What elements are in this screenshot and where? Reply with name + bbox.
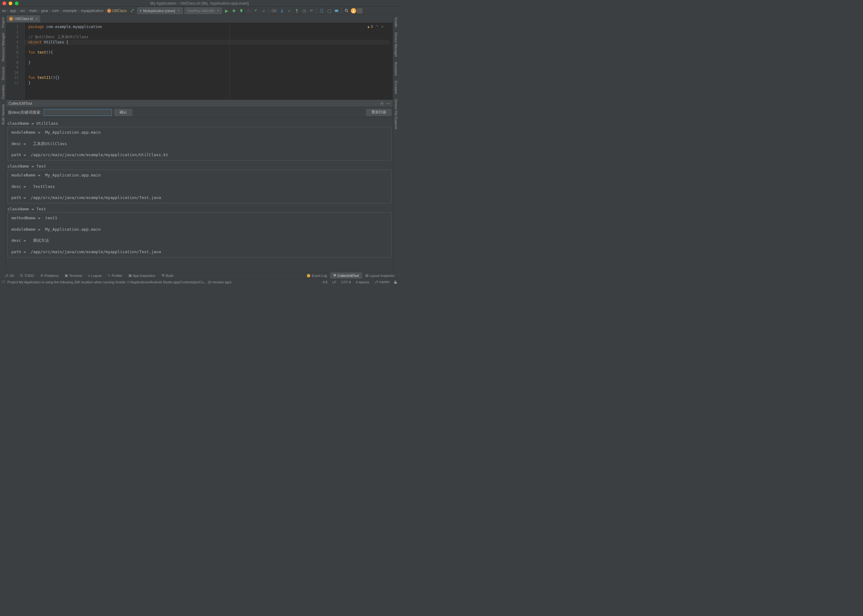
window-title: My Application – UtilClass.kt [My_Applic… <box>150 1 249 6</box>
run-icon[interactable]: ▶ <box>223 7 230 14</box>
breadcrumb[interactable]: on⟩app⟩src⟩main⟩java⟩com⟩example⟩myappli… <box>1 9 127 13</box>
right-tool-device-file-explorer[interactable]: Device File Explorer <box>394 97 398 132</box>
bottom-tool-tabs: ⎇Git ☰TODO ⊘Problems ▣Terminal ≡Logcat ∿… <box>0 272 399 279</box>
breadcrumb-item[interactable]: app <box>9 9 17 13</box>
git-push-icon[interactable] <box>293 7 300 14</box>
right-tool-assistant[interactable]: Assistant <box>394 60 398 78</box>
line-sep[interactable]: LF <box>330 280 339 284</box>
hide-panel-icon[interactable]: — <box>386 101 390 106</box>
svg-rect-8 <box>335 9 339 12</box>
user-placeholder-icon[interactable] <box>357 8 362 14</box>
run-config-selector[interactable]: ▸ MyApplication [clean] ▼ <box>137 7 183 14</box>
close-icon[interactable]: ✕ <box>35 17 38 20</box>
code-editor[interactable]: 123456789101112 package com.example.myap… <box>6 23 393 99</box>
undo-icon[interactable]: ↶ <box>308 7 315 14</box>
minimize-window-button[interactable] <box>9 2 12 5</box>
svg-line-6 <box>235 11 236 11</box>
tool-title: CollectUtilTool <box>9 101 32 106</box>
device-label: OnePlus GM1900 <box>187 9 214 13</box>
rescan-button[interactable]: 重新扫描 <box>366 109 391 116</box>
tab-git[interactable]: ⎇Git <box>1 272 17 279</box>
editor-tab[interactable]: K UtilClass.kt ✕ <box>6 15 41 22</box>
indent[interactable]: 4 spaces <box>353 280 372 284</box>
account-icon[interactable] <box>351 8 356 14</box>
kotlin-file-icon: K <box>9 17 13 21</box>
device-icon2[interactable]: ▢ <box>326 7 332 14</box>
git-branch[interactable]: ⎇ master <box>372 280 392 284</box>
left-tool-build-variants[interactable]: Build Variants <box>1 102 5 127</box>
tab-terminal[interactable]: ▣Terminal <box>61 272 85 279</box>
svg-point-9 <box>345 9 347 11</box>
breadcrumb-item[interactable]: on <box>1 9 6 13</box>
breadcrumb-item[interactable]: src <box>19 9 25 13</box>
tab-eventlog[interactable]: ⬤Event Log <box>304 272 330 279</box>
search-input[interactable] <box>44 109 112 116</box>
result-block: methodName = test1 moduleName = My_Appli… <box>7 212 391 257</box>
breadcrumb-item[interactable]: myapplication <box>80 9 104 13</box>
confirm-button[interactable]: 确认 <box>114 109 132 116</box>
result-block: moduleName = My_Application.app.main des… <box>7 127 391 160</box>
tab-todo[interactable]: ☰TODO <box>17 272 37 279</box>
right-tool-device-manager[interactable]: Device Manager <box>394 30 398 60</box>
left-tool-resource-manager[interactable]: Resource Manager <box>1 30 5 64</box>
result-header: className = Test <box>7 206 391 212</box>
tab-profiler[interactable]: ∿Profiler <box>104 272 126 279</box>
sdk-icon[interactable] <box>333 7 340 14</box>
status-bar: ☐ Project My Application is using the fo… <box>0 279 399 285</box>
breadcrumb-item[interactable]: java <box>40 9 49 13</box>
lock-icon[interactable] <box>394 280 397 284</box>
svg-rect-7 <box>321 9 323 12</box>
tab-build[interactable]: ⚒Build <box>158 272 176 279</box>
search-icon[interactable] <box>343 7 350 14</box>
svg-point-11 <box>353 9 354 11</box>
tab-layout-inspector[interactable]: ▧Layout Inspector <box>362 272 398 279</box>
left-tool-structure[interactable]: Structure <box>1 64 5 83</box>
editor-tabs: K UtilClass.kt ✕ <box>6 15 393 23</box>
encoding[interactable]: UTF-8 <box>339 280 353 284</box>
class-icon: C <box>107 9 111 13</box>
tool-results[interactable]: className = UtilClassmoduleName = My_App… <box>6 118 393 272</box>
hammer-icon[interactable] <box>129 7 136 14</box>
breadcrumb-item[interactable]: main <box>28 9 38 13</box>
coverage-icon[interactable] <box>238 7 245 14</box>
stop-icon: ■ <box>260 7 267 14</box>
right-tool-gradle[interactable]: Gradle <box>394 15 398 30</box>
svg-line-10 <box>347 11 348 12</box>
gear-icon[interactable] <box>380 101 384 106</box>
git-history-icon[interactable]: ◷ <box>301 7 308 14</box>
code-content[interactable]: package com.example.myapplication // @ut… <box>25 23 393 99</box>
avd-icon[interactable] <box>318 7 325 14</box>
tab-problems[interactable]: ⊘Problems <box>37 272 61 279</box>
titlebar: My Application – UtilClass.kt [My_Applic… <box>0 0 399 7</box>
tab-inspection[interactable]: ▦App Inspection <box>126 272 158 279</box>
debug-icon[interactable] <box>230 7 237 14</box>
result-header: className = Test <box>7 163 391 170</box>
left-tool-favorites[interactable]: Favorites <box>1 83 5 101</box>
svg-line-3 <box>232 10 233 10</box>
device-selector[interactable]: OnePlus GM1900 ▼ <box>184 7 222 14</box>
caret-pos[interactable]: 4:8 <box>320 280 330 284</box>
maximize-window-button[interactable] <box>15 2 19 5</box>
right-tool-gutter: GradleDevice ManagerAssistantEmulatorDev… <box>393 15 399 272</box>
tab-logcat[interactable]: ≡Logcat <box>85 272 104 279</box>
result-header: className = UtilClass <box>7 120 391 127</box>
tool-panel: CollectUtilTool — 按desc关键词搜索: 确认 重新扫描 cl… <box>6 99 393 272</box>
svg-point-0 <box>233 9 235 12</box>
git-update-icon[interactable] <box>279 7 285 14</box>
search-label: 按desc关键词搜索: <box>8 110 42 115</box>
left-tool-project[interactable]: Project <box>1 15 5 30</box>
status-message: Project My Application is using the foll… <box>5 280 234 284</box>
git-commit-icon[interactable]: ✓ <box>286 7 293 14</box>
breadcrumb-item[interactable]: example <box>62 9 77 13</box>
right-tool-emulator[interactable]: Emulator <box>394 78 398 97</box>
svg-line-4 <box>235 10 236 10</box>
status-box-icon[interactable]: ☐ <box>2 280 5 284</box>
breadcrumb-item[interactable]: com <box>51 9 60 13</box>
tab-filename: UtilClass.kt <box>14 17 33 21</box>
left-tool-gutter: ProjectResource ManagerStructureFavorite… <box>0 15 6 272</box>
tab-collectutiltool[interactable]: ⚒CollectUtilTool <box>330 272 362 279</box>
svg-point-12 <box>381 103 383 104</box>
attach-icon[interactable] <box>253 7 260 14</box>
close-window-button[interactable] <box>2 2 6 5</box>
breadcrumb-class[interactable]: UtilClass <box>112 9 127 13</box>
